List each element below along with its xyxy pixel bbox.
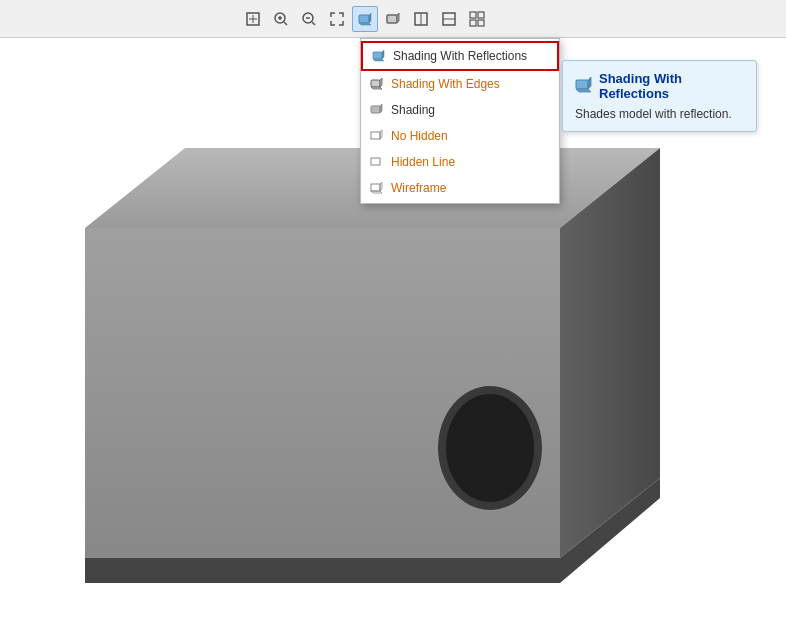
svg-rect-40 [371,158,380,165]
shading-reflections-icon [371,48,387,64]
shading-edges-icon [369,76,385,92]
menu-label-no-hidden: No Hidden [391,129,448,143]
svg-marker-31 [382,50,384,59]
svg-marker-44 [371,191,382,193]
menu-item-shading-edges[interactable]: Shading With Edges [361,71,559,97]
tooltip-description: Shades model with reflection. [575,107,744,121]
svg-marker-35 [371,87,382,89]
svg-marker-43 [380,182,382,191]
svg-rect-33 [371,80,380,87]
zoom-in-button[interactable] [268,6,294,32]
toolbar [0,0,786,38]
svg-rect-21 [470,20,476,26]
svg-rect-41 [371,158,380,165]
svg-rect-19 [470,12,476,18]
svg-marker-47 [576,89,591,92]
display4-button[interactable] [436,6,462,32]
svg-rect-42 [371,184,380,191]
svg-rect-38 [371,132,380,139]
dropdown-menu: Shading With Reflections Shading With Ed… [360,38,560,204]
svg-marker-11 [369,13,371,23]
svg-marker-34 [380,78,382,87]
menu-item-hidden-line[interactable]: Hidden Line [361,149,559,175]
tooltip-header: Shading With Reflections [575,71,744,101]
svg-rect-36 [371,106,380,113]
svg-rect-30 [373,52,382,59]
display5-button[interactable] [464,6,490,32]
shading-icon [369,102,385,118]
svg-line-9 [312,22,315,25]
hidden-line-icon [369,154,385,170]
menu-item-no-hidden[interactable]: No Hidden [361,123,559,149]
tooltip-title: Shading With Reflections [599,71,744,101]
zoom-out-button[interactable] [296,6,322,32]
svg-marker-32 [373,59,384,61]
menu-item-shading[interactable]: Shading [361,97,559,123]
menu-label-shading: Shading [391,103,435,117]
svg-marker-14 [397,13,399,23]
svg-rect-10 [359,15,369,23]
menu-label-hidden-line: Hidden Line [391,155,455,169]
svg-point-29 [446,394,534,502]
menu-item-wireframe[interactable]: Wireframe [361,175,559,201]
menu-label-shading-reflections: Shading With Reflections [393,49,527,63]
svg-marker-39 [380,130,382,139]
wireframe-icon [369,180,385,196]
svg-rect-22 [478,20,484,26]
svg-rect-45 [576,80,588,89]
svg-marker-46 [588,77,591,89]
menu-label-shading-edges: Shading With Edges [391,77,500,91]
svg-marker-12 [359,23,371,25]
svg-rect-20 [478,12,484,18]
smart-zoom-button[interactable] [324,6,350,32]
shading-edges-button[interactable] [380,6,406,32]
display3-button[interactable] [408,6,434,32]
zoom-fit-button[interactable] [240,6,266,32]
svg-rect-13 [387,15,397,23]
menu-item-shading-reflections[interactable]: Shading With Reflections [361,41,559,71]
no-hidden-icon [369,128,385,144]
menu-label-wireframe: Wireframe [391,181,446,195]
svg-line-6 [284,22,287,25]
svg-marker-37 [380,104,382,113]
tooltip-icon [575,76,593,97]
shading-button[interactable] [352,6,378,32]
tooltip: Shading With Reflections Shades model wi… [562,60,757,132]
